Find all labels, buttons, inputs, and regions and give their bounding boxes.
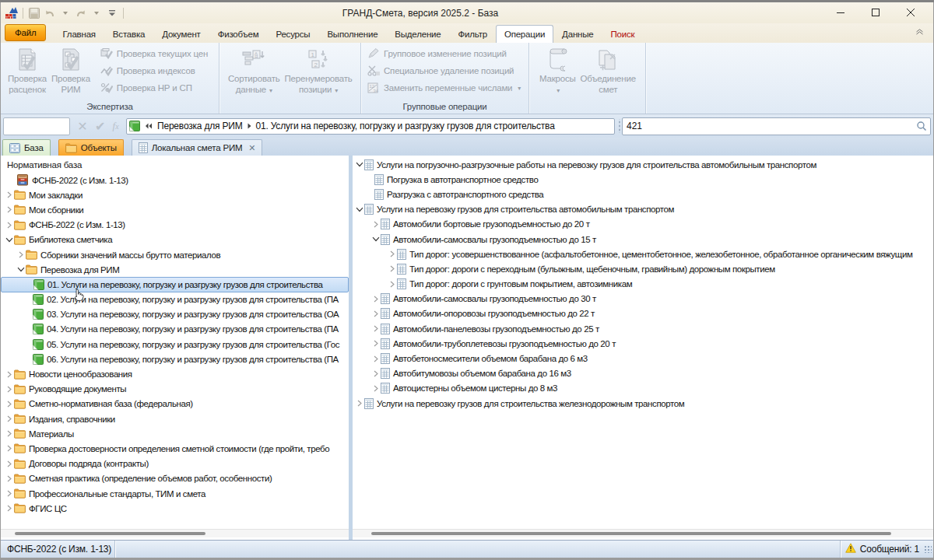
tree-item[interactable]: ФГИС ЦС [1, 501, 349, 516]
tree-item[interactable]: Сметная практика (определение объемов ра… [1, 471, 349, 486]
tree-item[interactable]: Автоцистерны объемом цистерны до 8 м3 [353, 381, 933, 396]
ribbon-button[interactable]: 12Перенумероватьпозиции ▾ [283, 43, 355, 96]
ribbon-tab-11[interactable]: Поиск [602, 25, 643, 43]
chevron-collapsed-icon[interactable] [371, 370, 381, 377]
chevron-expanded-icon[interactable] [16, 267, 26, 272]
ribbon-tab-3[interactable]: Документ [153, 25, 209, 43]
chevron-collapsed-icon[interactable] [5, 191, 14, 198]
tree-item[interactable]: Материалы [1, 426, 349, 441]
ribbon-button[interactable]: Проверка индексов [100, 65, 208, 77]
close-button[interactable] [894, 2, 929, 23]
ribbon-tab-4[interactable]: Физобъем [209, 25, 268, 43]
tree-item[interactable]: ФСНБ-2022 (с Изм. 1-13) [1, 218, 349, 233]
resize-grip[interactable] [924, 545, 932, 553]
maximize-button[interactable] [859, 2, 894, 23]
formula-input[interactable] [3, 117, 70, 135]
tree-item[interactable]: ФСНБ-2022 (с Изм. 1-13) [1, 173, 349, 187]
chevron-collapsed-icon[interactable] [388, 281, 397, 288]
tree-item[interactable]: 05. Услуги на перевозку, погрузку и разг… [1, 337, 349, 352]
ribbon-button[interactable]: АЯСортироватьданные ▾ [226, 43, 283, 96]
ribbon-tab-7[interactable]: Выделение [386, 25, 449, 43]
tree-item[interactable]: 04. Услуги на перевозку, погрузку и разг… [1, 322, 349, 337]
tree-item[interactable]: Услуги на погрузочно-разгрузочные работы… [353, 157, 933, 172]
tree-item[interactable]: Разгрузка с автотранспортного средства [353, 187, 933, 201]
chevron-collapsed-icon[interactable] [5, 371, 14, 378]
ribbon-tab-9[interactable]: Операции [496, 25, 553, 43]
tree-item[interactable]: Руководящие документы [1, 382, 349, 397]
chevron-collapsed-icon[interactable] [5, 222, 14, 229]
tree-item[interactable]: Автомобили-панелевозы грузоподъемностью … [353, 321, 933, 336]
tree-item[interactable]: Тип дорог: дороги с грунтовым покрытием,… [353, 277, 933, 292]
ribbon-button[interactable]: 1234Заменить переменные числами▾ [367, 82, 521, 94]
chevron-collapsed-icon[interactable] [5, 430, 14, 437]
ribbon-button[interactable]: Объединениесмет [578, 43, 638, 95]
chevron-collapsed-icon[interactable] [355, 400, 364, 407]
dropdown-icon[interactable] [59, 7, 72, 19]
tree-item[interactable]: 03. Услуги на перевозку, погрузку и разг… [1, 307, 349, 322]
ribbon-collapse-icon[interactable] [915, 24, 924, 38]
minimize-button[interactable] [823, 2, 859, 23]
close-tab-icon[interactable]: ✕ [248, 143, 255, 153]
chevron-collapsed-icon[interactable] [388, 265, 397, 272]
chevron-expanded-icon[interactable] [355, 162, 364, 167]
undo-icon[interactable] [44, 7, 56, 19]
ribbon-button[interactable]: Макросы▾ [537, 43, 578, 96]
chevron-expanded-icon[interactable] [371, 236, 381, 242]
ribbon-tab-5[interactable]: Ресурсы [267, 25, 318, 43]
ribbon-tab-10[interactable]: Данные [553, 25, 602, 43]
ribbon-button[interactable]: ПроверкаРИМ [49, 43, 93, 95]
tree-item[interactable]: Сметно-нормативная база (федеральная) [1, 397, 349, 411]
save-icon[interactable] [28, 7, 40, 19]
tree-item[interactable]: Новости ценообразования [1, 366, 349, 381]
tree-item[interactable]: Сборники значений массы брутто материало… [1, 247, 349, 262]
ribbon-tab-file[interactable]: Файл [5, 24, 46, 41]
address-bar[interactable]: Перевозка для РИМ01. Услуги на перевозку… [126, 118, 615, 135]
tree-item[interactable]: Библиотека сметчика [1, 233, 349, 247]
chevron-collapsed-icon[interactable] [5, 401, 14, 408]
document-tab-base[interactable]: База [2, 139, 51, 156]
tree-item[interactable]: Погрузка в автотранспортное средство [353, 172, 933, 187]
tree-item[interactable]: Автобитумовозы объемом барабана до 16 м3 [353, 366, 933, 381]
ribbon-button[interactable]: Проверкарасценок [5, 43, 49, 95]
chevron-collapsed-icon[interactable] [5, 460, 14, 467]
ribbon-tab-8[interactable]: Фильтр [449, 25, 495, 43]
confirm-icon[interactable]: ✔ [95, 119, 105, 134]
tree-item[interactable]: Тип дорог: дороги с переходным (булыжным… [353, 261, 933, 276]
address-crumb[interactable]: Перевозка для РИМ [157, 121, 243, 131]
tree-item[interactable]: Мои сборники [1, 202, 349, 217]
tree-item[interactable]: Издания, справочники [1, 411, 349, 426]
chevron-collapsed-icon[interactable] [5, 475, 14, 482]
tree-item[interactable]: Услуги на перевозку грузов для строитель… [353, 396, 933, 411]
right-scrollbar-thumb[interactable] [371, 532, 891, 535]
chevron-collapsed-icon[interactable] [5, 490, 14, 497]
search-box[interactable]: 421 [622, 117, 931, 135]
tree-item[interactable]: Проверка достоверности определения сметн… [1, 441, 349, 456]
tree-item[interactable]: Автомобили-трубоплетевозы грузоподъемнос… [353, 336, 933, 351]
chevron-collapsed-icon[interactable] [371, 221, 381, 228]
tree-item[interactable]: 01. Услуги на перевозку, погрузку и разг… [1, 277, 349, 292]
document-tab-estimate[interactable]: Локальная смета РИМ✕ [132, 139, 263, 156]
chevron-collapsed-icon[interactable] [16, 251, 26, 258]
chevron-collapsed-icon[interactable] [371, 296, 381, 303]
chevron-collapsed-icon[interactable] [371, 325, 381, 332]
tree-item[interactable]: 06. Услуги на перевозку, погрузку и разг… [1, 352, 349, 366]
tree-item[interactable]: Договоры подряда (контракты) [1, 457, 349, 471]
chevron-collapsed-icon[interactable] [371, 385, 381, 392]
ribbon-tab-1[interactable]: Главная [54, 25, 104, 43]
fx-icon[interactable]: fx [113, 120, 119, 132]
address-crumb[interactable]: 01. Услуги на перевозку, погрузку и разг… [256, 121, 555, 131]
left-horizontal-scrollbar[interactable] [1, 529, 349, 537]
tree-item[interactable]: Автомобили-самосвалы грузоподъемностью д… [353, 232, 933, 247]
tree-item[interactable]: Автобетоносмесители объемом барабана до … [353, 351, 933, 366]
history-back-icon[interactable] [145, 123, 153, 129]
chevron-collapsed-icon[interactable] [371, 340, 381, 347]
tree-item[interactable]: Тип дорог: усовершенствованное (асфальто… [353, 247, 933, 261]
document-tab-objects[interactable]: Объекты [58, 139, 124, 156]
search-icon[interactable] [916, 121, 927, 134]
tree-item[interactable]: Перевозка для РИМ [1, 262, 349, 277]
tree-item[interactable]: 02. Услуги на перевозку, погрузку и разг… [1, 292, 349, 307]
right-horizontal-scrollbar[interactable] [353, 529, 933, 537]
chevron-expanded-icon[interactable] [355, 207, 364, 212]
chevron-collapsed-icon[interactable] [5, 206, 14, 213]
chevron-collapsed-icon[interactable] [5, 386, 14, 393]
